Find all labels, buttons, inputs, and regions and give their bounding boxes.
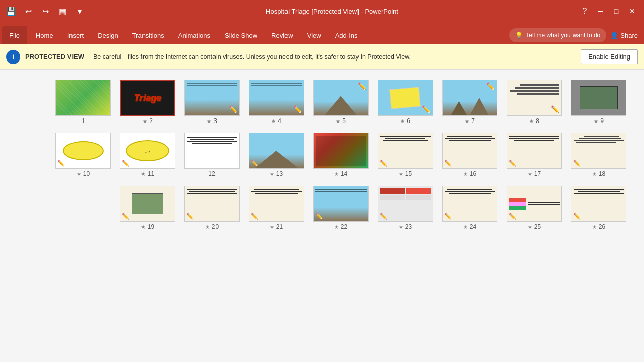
star-icon: ★ xyxy=(528,171,532,177)
slide-item-24: ✏️ ★ 24 xyxy=(440,186,500,230)
slide-thumb-5[interactable]: ✏️ xyxy=(313,80,369,116)
share-button[interactable]: 👤 Share xyxy=(610,32,638,39)
star-icon: ★ xyxy=(142,118,147,124)
slide-number-10: ★ 10 xyxy=(77,170,90,177)
slide-number-9: ★ 9 xyxy=(594,117,604,125)
slide-item-3: ✏️ ★ 3 xyxy=(182,80,242,125)
slide-number-25: ★ 25 xyxy=(528,223,541,230)
star-icon: ★ xyxy=(207,118,211,124)
slide-number-22: ★ 22 xyxy=(334,223,347,230)
close-button[interactable]: ✕ xyxy=(625,4,640,18)
star-icon: ★ xyxy=(528,224,532,230)
slide-number-23: ★ 23 xyxy=(399,223,412,230)
present-icon[interactable]: ▦ xyxy=(55,4,69,18)
tab-file[interactable]: File xyxy=(2,26,27,44)
slide-thumb-19[interactable]: ✏️ xyxy=(120,186,175,222)
slide-number-13: ★ 13 xyxy=(270,170,283,177)
slide-thumb-7[interactable]: ✏️ xyxy=(442,80,497,116)
slide-item-8: ✏️ ★ 8 xyxy=(504,80,564,125)
maximize-button[interactable]: □ xyxy=(609,4,624,18)
star-icon: ★ xyxy=(465,118,469,124)
slide-thumb-24[interactable]: ✏️ xyxy=(442,186,497,222)
slide-thumb-22[interactable]: ✏️ xyxy=(313,186,369,222)
slide-item-1: 1 xyxy=(53,80,113,125)
star-icon: ★ xyxy=(399,224,403,230)
slide-number-5: ★ 5 xyxy=(336,117,346,125)
slide-thumb-13[interactable]: ✏️ xyxy=(249,133,304,169)
slide-number-4: ★ 4 xyxy=(271,117,281,125)
person-icon: 👤 xyxy=(610,32,618,39)
tab-view[interactable]: View xyxy=(300,26,328,44)
tab-addins[interactable]: Add-Ins xyxy=(328,26,365,44)
share-label: Share xyxy=(620,32,638,39)
slide-thumb-14[interactable] xyxy=(313,133,369,169)
star-icon: ★ xyxy=(271,118,276,124)
save-icon[interactable]: 💾 xyxy=(4,4,18,18)
slide-number-21: ★ 21 xyxy=(270,223,283,230)
slide-thumb-4[interactable]: ✏️ xyxy=(249,80,304,116)
slide-item-14: ★ 14 xyxy=(311,133,371,177)
slide-item-20: ✏️ ★ 20 xyxy=(182,186,242,230)
tab-home[interactable]: Home xyxy=(29,26,60,44)
star-icon: ★ xyxy=(141,224,146,230)
star-icon: ★ xyxy=(334,224,339,230)
slide-thumb-6[interactable]: ✏️ xyxy=(378,80,433,116)
undo-icon[interactable]: ↩ xyxy=(21,4,35,18)
protected-view-bar: i PROTECTED VIEW Be careful—files from t… xyxy=(0,44,644,70)
ribbon-tabs: File Home Insert Design Transitions Anim… xyxy=(0,22,644,44)
slide-grid-area: ★ 9 ✏️ ★ 8 xyxy=(0,70,644,362)
tell-me-bar[interactable]: 💡 Tell me what you want to do xyxy=(509,28,606,42)
enable-editing-button[interactable]: Enable Editing xyxy=(581,49,638,64)
slide-thumb-26[interactable]: ✏️ xyxy=(571,186,626,222)
window-title: Hospital Triage [Protected View] - Power… xyxy=(87,8,578,15)
slide-thumb-17[interactable]: ✏️ xyxy=(507,133,562,169)
star-icon: ★ xyxy=(529,118,534,124)
tab-animations[interactable]: Animations xyxy=(171,26,218,44)
slide-thumb-2[interactable]: Triage xyxy=(120,80,175,116)
slide-thumb-1[interactable] xyxy=(55,80,111,116)
slide-thumb-25[interactable]: ✏️ xyxy=(507,186,562,222)
star-icon: ★ xyxy=(463,224,468,230)
slide-number-12: 12 xyxy=(208,170,215,177)
slide-number-15: ★ 15 xyxy=(399,170,412,177)
slide-thumb-18[interactable]: ✏️ xyxy=(571,133,626,169)
help-icon[interactable]: ? xyxy=(578,4,592,18)
slide-thumb-8[interactable]: ✏️ xyxy=(507,80,562,116)
slide-item-13: ✏️ ★ 13 xyxy=(246,133,307,177)
slide-number-16: ★ 16 xyxy=(463,170,476,177)
title-bar: 💾 ↩ ↪ ▦ ▾ Hospital Triage [Protected Vie… xyxy=(0,0,644,22)
slide-thumb-11[interactable]: متن ✏️ xyxy=(120,133,175,169)
star-icon: ★ xyxy=(336,118,340,124)
slide-thumb-20[interactable]: ✏️ xyxy=(184,186,240,222)
tab-transitions[interactable]: Transitions xyxy=(125,26,171,44)
protected-message: Be careful—files from the Internet can c… xyxy=(93,53,576,61)
slide-thumb-15[interactable]: ✏️ xyxy=(378,133,433,169)
dropdown-icon[interactable]: ▾ xyxy=(73,4,87,18)
info-icon: i xyxy=(6,50,20,64)
slide-thumb-12[interactable] xyxy=(184,133,240,169)
slide-item-9: ★ 9 xyxy=(568,80,629,125)
slide-thumb-10[interactable]: ✏️ xyxy=(55,133,111,169)
tab-slideshow[interactable]: Slide Show xyxy=(218,26,264,44)
slide-thumb-3[interactable]: ✏️ xyxy=(184,80,240,116)
tab-design[interactable]: Design xyxy=(91,26,125,44)
star-icon: ★ xyxy=(141,171,146,177)
slide-thumb-9[interactable] xyxy=(571,80,626,116)
slide-item-23: ✏️ ★ 23 xyxy=(375,186,436,230)
slide-item-7: ✏️ ★ 7 xyxy=(440,80,500,125)
slide-thumb-21[interactable]: ✏️ xyxy=(249,186,304,222)
redo-icon[interactable]: ↪ xyxy=(38,4,52,18)
ribbon-right: 💡 Tell me what you want to do 👤 Share xyxy=(365,28,642,44)
slide-item-5: ✏️ ★ 5 xyxy=(311,80,371,125)
tab-insert[interactable]: Insert xyxy=(60,26,91,44)
protected-label: PROTECTED VIEW xyxy=(25,53,84,61)
slide-thumb-16[interactable]: ✏️ xyxy=(442,133,497,169)
slide-item-21: ✏️ ★ 21 xyxy=(246,186,307,230)
minimize-button[interactable]: ─ xyxy=(593,4,608,18)
slide-item-11: متن ✏️ ★ 11 xyxy=(117,133,178,177)
star-icon: ★ xyxy=(270,224,274,230)
slide-thumb-23[interactable]: ✏️ xyxy=(378,186,433,222)
star-icon: ★ xyxy=(463,171,468,177)
tab-review[interactable]: Review xyxy=(264,26,300,44)
quick-access-toolbar: 💾 ↩ ↪ ▦ ▾ xyxy=(4,4,87,18)
